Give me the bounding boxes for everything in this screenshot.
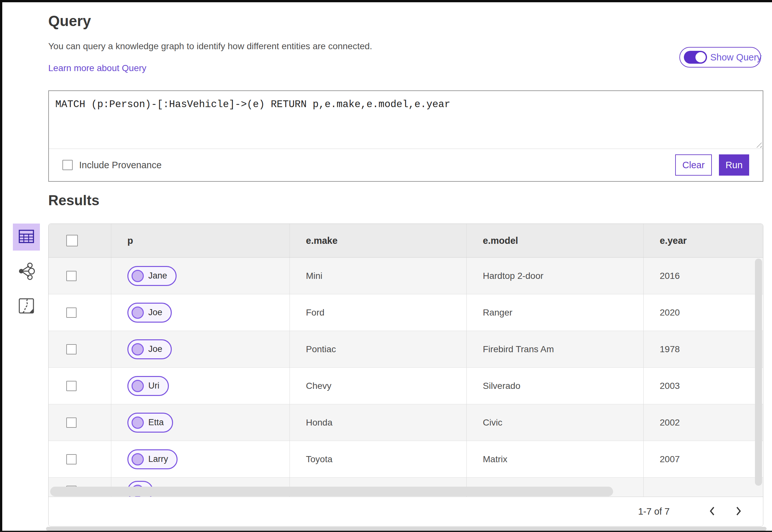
entity-node-icon — [132, 343, 144, 355]
cell-e-model: Silverado — [483, 381, 520, 391]
query-text[interactable]: MATCH (p:Person)-[:HasVehicle]->(e) RETU… — [49, 91, 763, 118]
cell-e-model: Hardtop 2-door — [483, 271, 543, 281]
include-provenance-checkbox[interactable] — [62, 160, 73, 170]
cell-e-year: 2016 — [660, 271, 680, 281]
row-checkbox[interactable] — [66, 454, 77, 464]
entity-chip[interactable]: Larry — [127, 449, 178, 469]
map-view-button[interactable] — [13, 293, 40, 320]
table-view-icon — [19, 230, 34, 244]
cell-e-year: 2002 — [660, 417, 680, 428]
clear-button[interactable]: Clear — [675, 154, 712, 176]
table-row: Jane Mini Hardtop 2-door 2016 — [49, 258, 763, 294]
cell-e-make: Toyota — [306, 454, 333, 464]
cell-e-make: Honda — [306, 417, 333, 428]
previous-page-button[interactable] — [703, 503, 721, 521]
cell-e-year: 2003 — [660, 381, 680, 391]
vertical-scrollbar[interactable] — [755, 259, 762, 486]
row-checkbox[interactable] — [66, 307, 77, 318]
include-provenance-label: Include Provenance — [79, 160, 161, 170]
cell-e-make: Chevy — [306, 381, 331, 391]
page-horizontal-scrollbar[interactable] — [46, 527, 767, 531]
table-row: Joe Pontiac Firebird Trans Am 1978 — [49, 331, 763, 368]
pagination-range-label: 1-7 of 7 — [638, 506, 670, 517]
entity-node-icon — [132, 380, 144, 392]
entity-chip[interactable]: Joe — [127, 339, 172, 359]
row-checkbox[interactable] — [66, 417, 77, 428]
pagination-bar: 1-7 of 7 — [49, 497, 763, 526]
run-button[interactable]: Run — [719, 154, 749, 176]
cell-e-model: Matrix — [483, 454, 507, 464]
header-cell-select — [49, 224, 111, 257]
cell-e-year: 2007 — [660, 454, 680, 464]
cell-e-make: Ford — [306, 307, 325, 318]
query-description: You can query a knowledge graph to ident… — [48, 41, 372, 51]
entity-chip[interactable]: Uri — [127, 376, 169, 396]
cell-e-year: 1978 — [660, 344, 680, 354]
query-textarea[interactable]: MATCH (p:Person)-[:HasVehicle]->(e) RETU… — [49, 91, 763, 149]
table-row: Larry Toyota Matrix 2007 — [49, 441, 763, 478]
results-table: p e.make e.model e.year Jane Mini Hardt — [48, 224, 763, 527]
cell-e-make: Pontiac — [306, 344, 336, 354]
entity-chip[interactable]: Etta — [127, 413, 173, 433]
cell-e-make: Mini — [306, 271, 322, 281]
select-all-checkbox[interactable] — [66, 235, 78, 246]
show-query-toggle-button[interactable]: Show Query — [679, 47, 761, 68]
resize-handle-icon[interactable] — [754, 140, 762, 148]
results-title: Results — [48, 192, 99, 208]
window-frame-left — [0, 0, 2, 532]
table-row: Etta Honda Civic 2002 — [49, 404, 763, 441]
show-query-label: Show Query — [710, 52, 762, 63]
table-row: Joe Ford Ranger 2020 — [49, 294, 763, 331]
row-checkbox[interactable] — [66, 271, 77, 281]
toggle-knob — [695, 52, 706, 62]
link-chart-view-icon — [17, 262, 35, 281]
page-title: Query — [48, 12, 91, 30]
table-row: Uri Chevy Silverado 2003 — [49, 368, 763, 404]
window-frame-top — [0, 0, 772, 2]
query-editor-panel: MATCH (p:Person)-[:HasVehicle]->(e) RETU… — [48, 90, 763, 182]
cell-e-model: Ranger — [483, 307, 512, 318]
next-page-button[interactable] — [730, 503, 748, 521]
cell-e-model: Firebird Trans Am — [483, 344, 554, 354]
toggle-on-icon[interactable] — [684, 51, 707, 64]
learn-more-link[interactable]: Learn more about Query — [48, 63, 146, 73]
entity-node-icon — [132, 417, 144, 429]
query-page: Query You can query a knowledge graph to… — [0, 0, 772, 532]
header-cell-e-year[interactable]: e.year — [644, 224, 763, 257]
entity-chip[interactable]: Jane — [127, 266, 177, 286]
table-view-button[interactable] — [13, 224, 40, 251]
map-view-icon — [18, 298, 34, 315]
row-checkbox[interactable] — [66, 344, 77, 354]
query-footer: Include Provenance Clear Run — [49, 149, 763, 181]
horizontal-scrollbar[interactable] — [50, 487, 613, 496]
header-cell-e-make[interactable]: e.make — [290, 224, 467, 257]
window-frame-bottom — [0, 531, 772, 532]
cell-e-year: 2020 — [660, 307, 680, 318]
row-checkbox[interactable] — [66, 381, 77, 391]
entity-node-icon — [132, 270, 144, 282]
link-chart-view-button[interactable] — [13, 258, 40, 285]
table-header-row: p e.make e.model e.year — [49, 224, 763, 258]
chevron-left-icon — [709, 506, 715, 517]
entity-node-icon — [132, 307, 144, 319]
chevron-right-icon — [735, 506, 742, 517]
entity-chip[interactable]: Joe — [127, 303, 172, 323]
header-cell-e-model[interactable]: e.model — [467, 224, 644, 257]
cell-e-model: Civic — [483, 417, 502, 428]
entity-node-icon — [132, 453, 144, 465]
results-view-switcher — [12, 224, 41, 328]
header-cell-p[interactable]: p — [111, 224, 290, 257]
